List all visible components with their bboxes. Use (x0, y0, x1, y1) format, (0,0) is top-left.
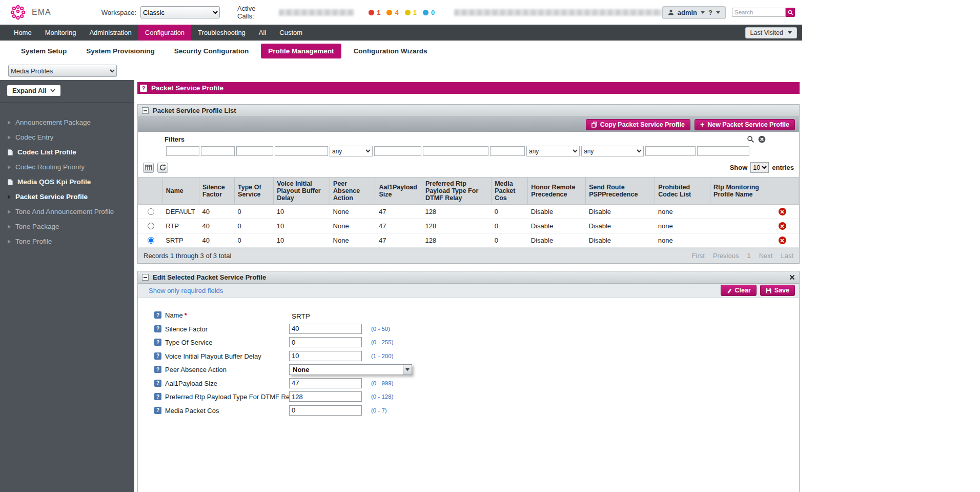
new-packet-service-profile-button[interactable]: + New Packet Service Profile (695, 119, 795, 130)
delete-row-icon[interactable] (779, 222, 786, 230)
column-header-preferred-rtp-payload-type-for-dtmf-relay[interactable]: Preferred Rtp Payload Type For DTMF Rela… (422, 178, 491, 205)
field-help-icon[interactable]: ? (154, 393, 161, 400)
pagination-previous[interactable]: Previous (713, 252, 739, 260)
content-area: Expand All Announcement PackageCodec Ent… (0, 80, 802, 492)
alarm-major[interactable]: 4 (386, 9, 398, 16)
field-input-type-of-service[interactable] (289, 337, 362, 347)
show-required-fields-link[interactable]: Show only required fields (149, 287, 223, 294)
clear-filter-icon[interactable] (758, 135, 766, 143)
row-radio-srtp[interactable] (148, 237, 154, 244)
row-radio-default[interactable] (148, 208, 154, 215)
field-help-icon[interactable]: ? (154, 366, 161, 373)
subnav-item-profile-management[interactable]: Profile Management (261, 44, 341, 58)
sidebar-item-codec-list-profile[interactable]: Codec List Profile (0, 145, 134, 160)
column-header-type-of-service[interactable]: Type Of Service (235, 178, 274, 205)
row-radio-rtp[interactable] (148, 223, 154, 229)
filter-select-5[interactable]: any (330, 146, 373, 156)
filter-input-3[interactable] (236, 146, 273, 156)
column-header-voice-initial-playout-buffer-delay[interactable]: Voice Initial Playout Buffer Delay (274, 178, 330, 205)
column-header-name[interactable]: Name (162, 178, 199, 205)
filter-select-9[interactable]: any (526, 146, 580, 156)
column-header-rtp-monitoring-profile-name[interactable]: Rtp Monitoring Profile Name (710, 178, 766, 205)
subnav-item-security-configuration[interactable]: Security Configuration (167, 44, 256, 58)
sidebar-item-tone-package[interactable]: Tone Package (0, 219, 134, 234)
filter-select-10[interactable]: any (581, 146, 644, 156)
field-help-icon[interactable]: ? (154, 311, 161, 319)
subnav-item-configuration-wizards[interactable]: Configuration Wizards (346, 44, 435, 58)
field-help-icon[interactable]: ? (154, 352, 161, 360)
nav-item-monitoring[interactable]: Monitoring (38, 25, 83, 41)
show-entries-select[interactable]: 10 (750, 162, 769, 173)
sidebar-item-announcement-package[interactable]: Announcement Package (0, 115, 134, 130)
close-icon[interactable] (789, 274, 795, 280)
nav-item-home[interactable]: Home (7, 25, 38, 41)
save-button[interactable]: Save (760, 285, 795, 296)
pagination-first[interactable]: First (692, 252, 705, 260)
filter-input-11[interactable] (645, 146, 696, 156)
column-header-media-packet-cos[interactable]: Media Packet Cos (492, 178, 528, 205)
field-input-silence-factor[interactable] (289, 324, 362, 334)
alarm-critical[interactable]: 1 (369, 9, 380, 16)
pagination-next[interactable]: Next (759, 252, 773, 260)
field-help-icon[interactable]: ? (154, 380, 161, 387)
column-header-prohibited-codec-list[interactable]: Prohibited Codec List (655, 178, 710, 205)
field-range-hint: (0 - 7) (371, 407, 387, 414)
sidebar-item-media-qos-kpi-profile[interactable]: Media QOS Kpi Profile (0, 174, 134, 189)
new-button-label: New Packet Service Profile (707, 121, 789, 128)
filter-input-8[interactable] (490, 146, 525, 156)
delete-row-icon[interactable] (779, 208, 786, 215)
filter-input-1[interactable] (166, 146, 199, 156)
collapse-icon[interactable] (142, 107, 149, 114)
filter-input-4[interactable] (275, 146, 328, 156)
column-chooser-button[interactable] (143, 163, 154, 173)
nav-item-configuration[interactable]: Configuration (138, 25, 191, 41)
workspace-select[interactable]: Classic (140, 6, 220, 18)
sidebar-item-packet-service-profile[interactable]: Packet Service Profile (0, 189, 134, 204)
nav-item-all[interactable]: All (252, 25, 273, 41)
search-input[interactable] (732, 8, 786, 17)
filter-input-12[interactable] (697, 146, 749, 156)
field-input-aal1payload-size[interactable] (289, 378, 362, 388)
nav-item-administration[interactable]: Administration (83, 25, 138, 41)
search-button[interactable] (786, 8, 795, 17)
sidebar-item-tone-and-announcement-profile[interactable]: Tone And Announcement Profile (0, 204, 134, 219)
alarm-info[interactable]: 0 (423, 9, 435, 16)
expand-all-button[interactable]: Expand All (7, 85, 60, 96)
sidebar-item-codec-entry[interactable]: Codec Entry (0, 130, 134, 145)
column-header-send-route-pspprecedence[interactable]: Send Route PSPPrecedence (586, 178, 655, 205)
pagination-1[interactable]: 1 (747, 252, 750, 260)
field-help-icon[interactable]: ? (154, 407, 161, 414)
nav-item-troubleshooting[interactable]: Troubleshooting (191, 25, 252, 41)
collapse-icon[interactable] (142, 274, 149, 281)
column-header-aal1payload-size[interactable]: Aal1Payload Size (376, 178, 422, 205)
last-visited-dropdown[interactable]: Last Visited (745, 27, 797, 38)
profile-category-select[interactable]: Media Profiles (8, 65, 117, 77)
filter-input-7[interactable] (423, 146, 488, 156)
filter-input-2[interactable] (201, 146, 235, 156)
field-dropdown-peer-absence-action[interactable]: None (289, 364, 412, 375)
pagination-last[interactable]: Last (781, 252, 793, 260)
user-menu[interactable]: admin ? (662, 6, 726, 19)
filter-input-6[interactable] (374, 146, 421, 156)
alarm-minor[interactable]: 1 (405, 9, 417, 16)
page-help-icon[interactable]: ? (140, 85, 147, 92)
column-header-honor-remote-precedence[interactable]: Honor Remote Precedence (528, 178, 586, 205)
help-menu[interactable]: ? (708, 9, 712, 16)
field-help-icon[interactable]: ? (154, 339, 161, 346)
field-input-voice-initial-playout-buffer-delay[interactable] (289, 351, 362, 361)
clear-button[interactable]: Clear (721, 285, 757, 296)
sidebar-item-codec-routing-priority[interactable]: Codec Routing Priority (0, 160, 134, 174)
field-input-media-packet-cos[interactable] (289, 405, 362, 416)
subnav-item-system-setup[interactable]: System Setup (14, 44, 74, 58)
sidebar-item-tone-profile[interactable]: Tone Profile (0, 234, 134, 249)
delete-row-icon[interactable] (779, 237, 786, 244)
refresh-button[interactable] (157, 163, 168, 173)
copy-packet-service-profile-button[interactable]: Copy Packet Service Profile (586, 119, 690, 130)
nav-item-custom[interactable]: Custom (273, 25, 309, 41)
field-help-icon[interactable]: ? (154, 325, 161, 332)
subnav-item-system-provisioning[interactable]: System Provisioning (79, 44, 162, 58)
column-header-silence-factor[interactable]: Silence Factor (199, 178, 234, 205)
apply-filter-search-icon[interactable] (747, 135, 754, 143)
field-input-preferred-rtp-payload-type-for-dtmf-relay[interactable] (289, 391, 362, 402)
column-header-peer-absence-action[interactable]: Peer Absence Action (330, 178, 376, 205)
